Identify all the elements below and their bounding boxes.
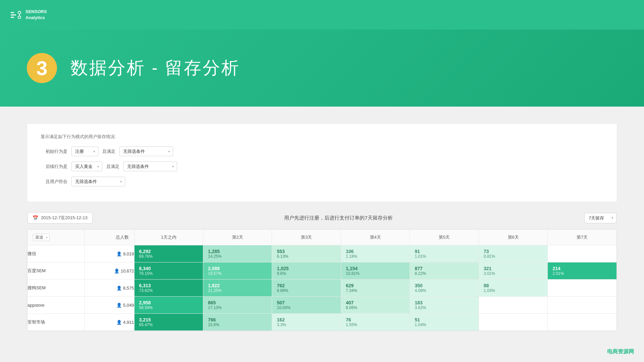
followup-condition-select-wrapper[interactable]: 无筛选条件 xyxy=(123,162,177,171)
hero-number: 3 xyxy=(27,53,57,83)
data-cell-d6 xyxy=(548,297,617,314)
total-cell: 👤4,911 xyxy=(85,314,134,331)
followup-behavior-label: 后续行为是 xyxy=(41,164,67,170)
sensors-logo-icon xyxy=(10,9,22,21)
th-d6: 第7天 xyxy=(548,230,617,245)
period-select[interactable]: 7天留存 14天留存 30天留存 xyxy=(584,213,616,223)
th-d1: 第2天 xyxy=(203,230,272,245)
total-cell: 👤8,575 xyxy=(85,280,134,297)
data-cell-d1: 1,28514.25% xyxy=(203,245,272,262)
data-cell-d5: 3213.01% xyxy=(479,262,547,280)
logo-area: SENSORS Analytics xyxy=(10,9,47,21)
th-d2: 第3天 xyxy=(272,230,341,245)
channel-cell: 百度SEM xyxy=(28,262,85,280)
th-d0: 1天之内 xyxy=(134,230,203,245)
table-row: 百度SEM👤10,6728,34078.15%2,08819.57%1,0259… xyxy=(28,262,617,280)
data-cell-d2: 1623.3% xyxy=(272,314,341,331)
channel-filter-select[interactable]: 渠道 xyxy=(33,234,50,241)
main-content: 显示满足如下行为模式的用户留存情况: 初始行为是 注册 且满足 无筛选条件 后续… xyxy=(0,107,644,362)
hero-section: 3 数据分析 - 留存分析 xyxy=(0,29,644,107)
data-cell-d4: 511.04% xyxy=(410,314,479,331)
analysis-bar: 📅 2015-12-7至2015-12-13 用户先进行注册，后进行支付订单的7… xyxy=(27,212,617,224)
th-channel[interactable]: 渠道 xyxy=(28,230,85,245)
data-cell-d3: 761.55% xyxy=(341,314,410,331)
data-cell-d6: 2142.01% xyxy=(548,262,617,280)
data-cell-d4: 3504.08% xyxy=(410,280,479,297)
user-icon: 👤 xyxy=(114,268,119,274)
initial-behavior-label: 初始行为是 xyxy=(41,148,67,155)
initial-behavior-select[interactable]: 注册 xyxy=(71,146,98,156)
data-cell-d2: 1,0259.6% xyxy=(272,262,341,280)
initial-condition-select-wrapper[interactable]: 无筛选条件 xyxy=(119,146,173,156)
date-range-badge[interactable]: 📅 2015-12-7至2015-12-13 xyxy=(28,212,93,224)
logo-text: SENSORS Analytics xyxy=(25,9,47,21)
svg-point-4 xyxy=(18,16,21,19)
analysis-title: 用户先进行注册，后进行支付订单的7天留存分析 xyxy=(93,215,584,221)
retention-table: 渠道 总人数 1天之内 第2天 第3天 第4天 第5天 第6天 第7天 xyxy=(27,229,617,331)
th-d3: 第4天 xyxy=(341,230,410,245)
data-cell-d6 xyxy=(548,314,617,331)
table-row: 搜狗SEM👤8,5756,31373.62%1,82221.25%7628.89… xyxy=(28,280,617,297)
table-row: appstore👤5,0492,95858.59%86517.13%50710.… xyxy=(28,297,617,314)
data-cell-d1: 76615.6% xyxy=(203,314,272,331)
user-icon: 👤 xyxy=(116,251,122,256)
data-cell-d2: 7628.89% xyxy=(272,280,341,297)
channel-cell: 微信 xyxy=(28,245,85,262)
data-cell-d5: 730.81% xyxy=(479,245,547,262)
filter-description: 显示满足如下行为模式的用户留存情况: xyxy=(41,134,603,140)
data-cell-d1: 86517.13% xyxy=(203,297,272,314)
user-condition-select-wrapper[interactable]: 无筛选条件 xyxy=(71,177,125,186)
table-header-row: 渠道 总人数 1天之内 第2天 第3天 第4天 第5天 第6天 第7天 xyxy=(28,230,617,245)
connector1: 且满足 xyxy=(102,148,115,155)
data-cell-d3: 4078.06% xyxy=(341,297,410,314)
followup-behavior-select[interactable]: 买入黄金 xyxy=(71,162,102,171)
total-cell: 👤9,019 xyxy=(85,245,134,262)
connector2: 且满足 xyxy=(106,164,119,170)
data-cell-d5: 881.03% xyxy=(479,280,547,297)
filter-panel: 显示满足如下行为模式的用户留存情况: 初始行为是 注册 且满足 无筛选条件 后续… xyxy=(27,123,617,202)
svg-rect-2 xyxy=(11,17,14,18)
watermark: 电商资源网 xyxy=(607,348,634,355)
hero-title: 数据分析 - 留存分析 xyxy=(70,56,240,80)
calendar-icon: 📅 xyxy=(33,215,38,221)
filter-row-followup: 后续行为是 买入黄金 且满足 无筛选条件 xyxy=(41,162,603,171)
data-cell-d0: 6,29269.76% xyxy=(134,245,203,262)
followup-condition-select[interactable]: 无筛选条件 xyxy=(123,162,177,171)
total-cell: 👤10,672 xyxy=(85,262,134,280)
svg-rect-0 xyxy=(11,12,14,13)
svg-rect-1 xyxy=(11,14,16,15)
data-cell-d1: 2,08819.57% xyxy=(203,262,272,280)
user-condition-select[interactable]: 无筛选条件 xyxy=(71,177,125,186)
data-cell-d6 xyxy=(548,280,617,297)
initial-condition-select[interactable]: 无筛选条件 xyxy=(119,146,173,156)
data-cell-d0: 6,31373.62% xyxy=(134,280,203,297)
th-d4: 第5天 xyxy=(410,230,479,245)
data-cell-d2: 50710.04% xyxy=(272,297,341,314)
period-select-wrapper[interactable]: 7天留存 14天留存 30天留存 xyxy=(584,213,616,223)
data-cell-d6 xyxy=(548,245,617,262)
th-total: 总人数 xyxy=(85,230,134,245)
total-cell: 👤5,049 xyxy=(85,297,134,314)
data-cell-d4: 8778.22% xyxy=(410,262,479,280)
data-cell-d0: 2,95858.59% xyxy=(134,297,203,314)
followup-behavior-select-wrapper[interactable]: 买入黄金 xyxy=(71,162,102,171)
data-cell-d3: 1061.18% xyxy=(341,245,410,262)
user-icon: 👤 xyxy=(116,303,122,308)
data-cell-d5 xyxy=(479,314,547,331)
filter-row-initial: 初始行为是 注册 且满足 无筛选条件 xyxy=(41,146,603,156)
user-icon: 👤 xyxy=(116,286,122,291)
data-cell-d2: 5536.13% xyxy=(272,245,341,262)
channel-cell: 安智市场 xyxy=(28,314,85,331)
data-cell-d0: 8,34078.15% xyxy=(134,262,203,280)
th-d5: 第6天 xyxy=(479,230,547,245)
data-cell-d4: 911.01% xyxy=(410,245,479,262)
data-cell-d3: 6297.34% xyxy=(341,280,410,297)
table-row: 微信👤9,0196,29269.76%1,28514.25%5536.13%10… xyxy=(28,245,617,262)
svg-point-3 xyxy=(18,11,21,14)
data-cell-d4: 1833.62% xyxy=(410,297,479,314)
data-cell-d0: 3,21565.47% xyxy=(134,314,203,331)
channel-cell: 搜狗SEM xyxy=(28,280,85,297)
data-cell-d1: 1,82221.25% xyxy=(203,280,272,297)
initial-behavior-select-wrapper[interactable]: 注册 xyxy=(71,146,98,156)
channel-cell: appstore xyxy=(28,297,85,314)
